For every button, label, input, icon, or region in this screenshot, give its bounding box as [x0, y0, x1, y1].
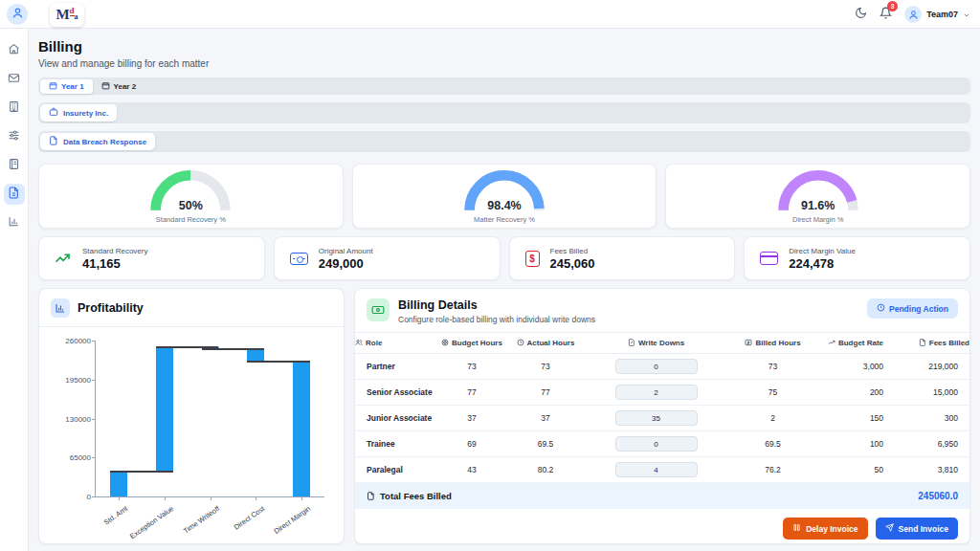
waterfall-connector — [202, 348, 265, 350]
cell-billed-hours: 75 — [730, 380, 816, 406]
stat-value: 41,165 — [82, 256, 147, 271]
year-tab-list: Year 1 Year 2 — [38, 77, 970, 95]
cell-budget-hours: 77 — [434, 380, 508, 406]
billing-table-row: Senior Associate77777520015,000 — [355, 380, 969, 406]
write-downs-input[interactable] — [615, 359, 698, 374]
avatar — [904, 6, 922, 23]
user-name: Team07 — [926, 10, 958, 19]
cell-budget-hours: 73 — [434, 354, 508, 380]
billing-table-header-row: Role Budget Hours Actual Hours Write Dow… — [355, 333, 969, 354]
logo-letter-a: a — [75, 12, 78, 21]
user-menu[interactable]: Team07 — [904, 6, 970, 23]
cell-actual-hours: 77 — [508, 380, 582, 406]
col-billed-hours: Billed Hours — [730, 333, 816, 354]
cell-fees-billed: 3,810 — [883, 457, 969, 483]
x-axis-tick-label: Std. Amt — [102, 504, 129, 527]
stat-original-amount: Original Amount 249,000 — [274, 236, 501, 280]
pending-action-button[interactable]: Pending Action — [867, 298, 958, 319]
sidebar-item-firm[interactable] — [4, 98, 25, 119]
write-downs-input[interactable] — [615, 410, 698, 426]
cell-role: Senior Associate — [355, 380, 434, 406]
gauge-direct-margin: 91.6% Direct Margin % — [665, 164, 970, 229]
y-axis-tick-label: 195000 — [51, 376, 91, 385]
delay-invoice-label: Delay Invoice — [806, 524, 858, 534]
notifications-button[interactable]: 3 — [880, 6, 892, 23]
cell-write-downs — [583, 457, 730, 483]
x-axis-tick-label: Time Writeoff — [181, 504, 220, 536]
col-budget-hours: Budget Hours — [434, 333, 508, 354]
cell-budget-rate: 200 — [815, 380, 883, 406]
top-header: Mda 3 Team07 — [0, 0, 980, 29]
pause-icon — [792, 523, 801, 534]
cell-role: Junior Associate — [355, 406, 434, 431]
matter-chip[interactable]: Data Breach Response — [40, 133, 155, 150]
waterfall-bar — [110, 472, 127, 496]
stat-label: Fees Billed — [550, 247, 595, 255]
sidebar-item-home[interactable] — [4, 40, 25, 61]
stat-label: Standard Recovery — [82, 247, 147, 255]
y-axis-tick-label: 130000 — [51, 415, 91, 424]
col-fees-billed: Fees Billed — [883, 333, 969, 354]
sidebar-item-billing[interactable] — [4, 184, 25, 205]
cell-role: Partner — [355, 354, 434, 380]
total-label: Total Fees Billed — [367, 491, 452, 501]
billing-table-body: Partner7373733,000219,000Senior Associat… — [355, 354, 969, 483]
stat-standard-recovery: Standard Recovery 41,165 — [38, 236, 265, 280]
col-budget-rate: Budget Rate — [815, 333, 883, 354]
briefcase-icon — [49, 107, 58, 119]
cell-billed-hours: 2 — [730, 406, 816, 431]
theme-toggle-button[interactable] — [855, 6, 867, 23]
cell-budget-rate: 100 — [815, 431, 883, 457]
sidebar-nav — [0, 29, 29, 551]
col-write-downs: Write Downs — [583, 333, 730, 354]
building-icon — [8, 99, 20, 117]
waterfall-y-axis: 065000130000195000260000 — [51, 333, 91, 532]
stat-fees-billed: $ Fees Billed 245,060 — [509, 236, 736, 280]
write-downs-input[interactable] — [615, 462, 698, 477]
document-icon — [8, 186, 20, 203]
sidebar-item-notes[interactable] — [4, 155, 25, 176]
tab-year-1[interactable]: Year 1 — [40, 79, 93, 94]
client-chip[interactable]: Insurety Inc. — [40, 104, 117, 121]
app-root: Mda 3 Team07 — [0, 0, 980, 551]
cell-billed-hours: 73 — [730, 354, 816, 380]
clock-icon — [877, 303, 885, 314]
waterfall-connector — [247, 361, 310, 363]
waterfall-plot-area — [95, 341, 324, 497]
gauge-value: 50% — [133, 199, 248, 212]
cell-budget-rate: 50 — [815, 457, 883, 483]
banknote-green-icon — [367, 298, 390, 321]
delay-invoice-button[interactable]: Delay Invoice — [783, 518, 867, 540]
mail-icon — [8, 71, 20, 88]
write-downs-input[interactable] — [615, 385, 698, 400]
stat-value: 224,478 — [789, 256, 856, 271]
total-value: 245060.0 — [918, 491, 958, 501]
cell-write-downs — [583, 354, 730, 380]
chart-icon — [51, 298, 70, 318]
bottom-row: Profitability 065000130000195000260000 S… — [38, 288, 970, 544]
matter-chip-label: Data Breach Response — [63, 138, 146, 146]
main-content: Billing View and manage billing for each… — [29, 29, 980, 551]
profitability-card: Profitability 065000130000195000260000 S… — [38, 288, 345, 544]
stat-value: 249,000 — [319, 256, 373, 271]
matter-filter-bar: Data Breach Response — [38, 131, 970, 152]
write-downs-input[interactable] — [615, 436, 698, 452]
cell-actual-hours: 69.5 — [508, 431, 582, 457]
x-axis-tick-label: Direct Cost — [233, 504, 267, 532]
sidebar-item-mail[interactable] — [4, 69, 25, 90]
cell-fees-billed: 6,950 — [883, 431, 969, 457]
stat-row: Standard Recovery 41,165 Original Amount… — [38, 236, 970, 280]
tab-year-2[interactable]: Year 2 — [93, 79, 145, 94]
billing-table-row: Junior Associate37372150300 — [355, 406, 969, 431]
notification-badge: 3 — [887, 1, 898, 11]
cell-billed-hours: 69.5 — [730, 431, 816, 457]
profile-button[interactable] — [7, 4, 28, 25]
send-invoice-button[interactable]: Send Invoice — [876, 518, 958, 540]
sidebar-item-analytics[interactable] — [4, 212, 25, 233]
sidebar-item-settings[interactable] — [4, 126, 25, 147]
banknote-icon — [290, 253, 308, 265]
pending-action-label: Pending Action — [889, 304, 948, 314]
send-invoice-label: Send Invoice — [899, 524, 948, 534]
x-axis-tick-label: Exception Value — [128, 504, 175, 540]
notebook-icon — [8, 157, 20, 174]
